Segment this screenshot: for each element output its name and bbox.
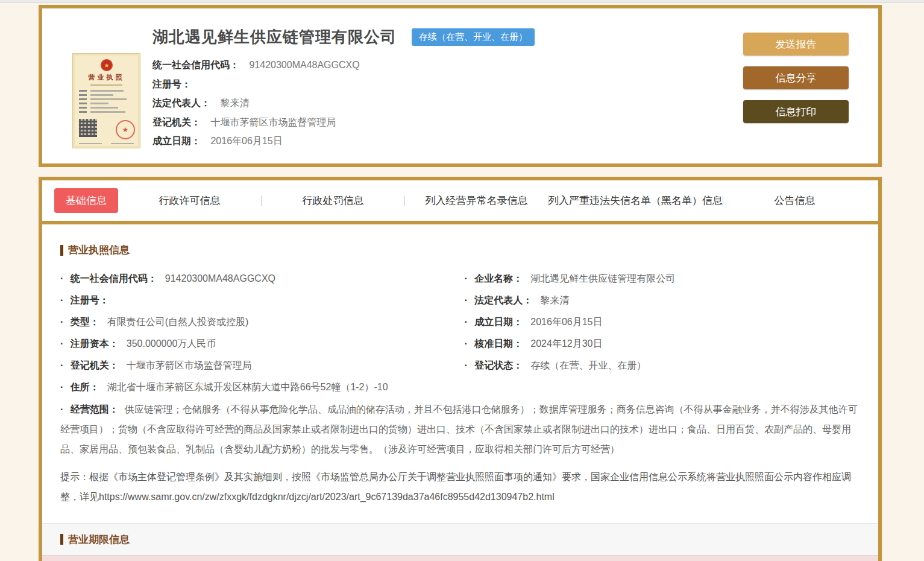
- adjustment-notice-text: 提示：根据《市场主体登记管理条例》及其实施细则，按照《市场监管总局办公厅关于调整…: [60, 467, 860, 507]
- license-fields-grid: 统一社会信用代码：91420300MA48AGGCXQ 企业名称：湖北遇见鲜生供…: [60, 268, 860, 459]
- field-reg-number: 注册号：: [60, 290, 456, 311]
- tab-bar: 基础信息 行政许可信息 行政处罚信息 列入经营异常名录信息 列入严重违法失信名单…: [42, 180, 878, 221]
- send-report-button[interactable]: 发送报告: [743, 33, 849, 55]
- business-license-image: ★ 营业执照 ★: [72, 53, 140, 148]
- company-header-card: ★ 营业执照 ★ 湖北遇见鲜生供应链管理有限公司 存续（在营、开业、在册） 统一…: [39, 5, 882, 167]
- field-business-scope: 经营范围：供应链管理；仓储服务（不得从事危险化学品、成品油的储存活动，并且不包括…: [60, 399, 860, 459]
- info-print-button[interactable]: 信息打印: [743, 100, 849, 123]
- license-text-line: [79, 111, 134, 113]
- section-bar-icon: [60, 534, 63, 545]
- license-text-line: [79, 94, 134, 96]
- tab-blacklist[interactable]: 列入严重违法失信名单（黑名单）信息: [548, 194, 723, 208]
- license-text-line: [79, 107, 134, 109]
- company-name-title: 湖北遇见鲜生供应链管理有限公司: [152, 27, 397, 48]
- section-title-term: 营业期限信息: [60, 533, 130, 547]
- tab-announcement[interactable]: 公告信息: [723, 194, 866, 208]
- top-edge-strip: [0, 0, 924, 3]
- license-text-line: [79, 98, 134, 100]
- header-field-legal-rep: 法定代表人： 黎来清: [152, 94, 695, 113]
- registration-status-badge: 存续（在营、开业、在册）: [412, 28, 535, 46]
- tab-basic-info[interactable]: 基础信息: [54, 188, 118, 213]
- license-qr-code: [79, 119, 97, 137]
- field-company-name: 企业名称：湖北遇见鲜生供应链管理有限公司: [465, 268, 861, 290]
- field-legal-rep: 法定代表人：黎来清: [465, 290, 861, 311]
- field-establish-date: 成立日期：2016年06月15日: [465, 311, 861, 333]
- license-text-line: [79, 103, 134, 104]
- field-approval-date: 核准日期：2024年12月30日: [465, 333, 861, 355]
- section-bar-icon: [60, 245, 63, 256]
- license-text-line: [79, 90, 134, 92]
- info-share-button[interactable]: 信息分享: [743, 66, 849, 89]
- svg-text:★: ★: [104, 62, 109, 69]
- header-field-establish-date: 成立日期： 2016年06月15日: [152, 132, 695, 151]
- license-title: 营业执照: [79, 73, 134, 82]
- tab-abnormal-operation[interactable]: 列入经营异常名录信息: [405, 194, 548, 208]
- section-title-license: 营业执照信息: [60, 243, 860, 257]
- header-action-buttons: 发送报告 信息分享 信息打印: [743, 33, 849, 134]
- national-emblem-icon: ★: [100, 59, 113, 72]
- header-field-credit-code: 统一社会信用代码： 91420300MA48AGGCXQ: [152, 55, 695, 75]
- tab-admin-penalty[interactable]: 行政处罚信息: [262, 194, 404, 208]
- license-info-section: 营业执照信息 统一社会信用代码：91420300MA48AGGCXQ 企业名称：…: [42, 224, 878, 523]
- red-seal-icon: ★: [116, 120, 135, 139]
- license-footer-lines: [79, 143, 134, 144]
- field-reg-status: 登记状态：存续（在营、开业、在册）: [465, 355, 861, 376]
- license-subtitle-line: [90, 84, 122, 86]
- field-credit-code: 统一社会信用代码：91420300MA48AGGCXQ: [60, 268, 456, 290]
- header-field-reg-number: 注册号：: [152, 75, 695, 94]
- tab-admin-license[interactable]: 行政许可信息: [118, 194, 261, 208]
- field-registered-capital: 注册资本：350.000000万人民币: [60, 333, 456, 355]
- field-company-type: 类型：有限责任公司(自然人投资或控股): [60, 311, 456, 333]
- term-table-top-edge: [42, 556, 878, 561]
- detail-card: 基础信息 行政许可信息 行政处罚信息 列入经营异常名录信息 列入严重违法失信名单…: [39, 177, 882, 561]
- header-field-reg-authority: 登记机关： 十堰市茅箭区市场监督管理局: [152, 113, 695, 132]
- header-field-list: 统一社会信用代码： 91420300MA48AGGCXQ 注册号： 法定代表人：…: [152, 55, 695, 151]
- field-reg-authority: 登记机关：十堰市茅箭区市场监督管理局: [60, 355, 456, 376]
- business-term-section: 营业期限信息: [42, 523, 878, 556]
- field-address: 住所：湖北省十堰市茅箭区东城开发区林荫大道中路66号52幢（1-2）-10: [60, 376, 860, 398]
